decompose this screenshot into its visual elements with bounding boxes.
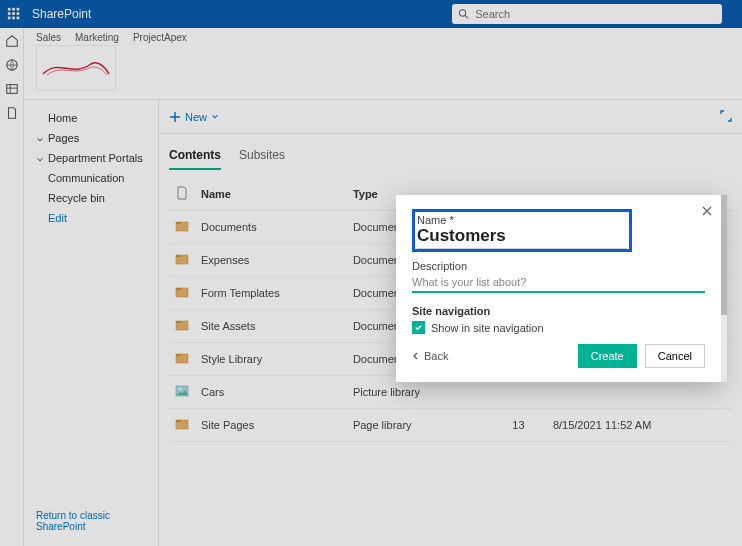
row-name: Expenses [195,244,347,277]
description-label: Description [412,260,705,272]
chevron-down-icon [36,136,44,144]
expand-button[interactable] [720,108,732,126]
site-logo [36,45,116,91]
app-rail [0,28,24,546]
row-name: Site Pages [195,409,347,442]
search-icon [458,8,469,20]
folder-icon [175,285,189,299]
folder-icon [175,318,189,332]
check-icon [414,323,423,332]
show-in-nav-checkbox[interactable] [412,321,425,334]
svg-rect-18 [176,255,181,257]
left-nav: Home Pages Department Portals Communicat… [24,100,159,546]
globe-icon[interactable] [5,58,19,72]
name-field-highlight: Name [412,209,632,252]
command-bar: New [159,100,742,134]
site-link[interactable]: ProjectApex [133,32,187,43]
nav-home[interactable]: Home [24,108,158,128]
nav-recycle-bin[interactable]: Recycle bin [24,188,158,208]
picture-icon [175,384,189,398]
svg-rect-7 [12,17,15,20]
search-input[interactable] [475,8,716,20]
site-nav-label: Site navigation [412,305,705,317]
svg-rect-12 [6,85,17,94]
folder-icon [175,219,189,233]
home-icon[interactable] [5,34,19,48]
folder-icon [175,252,189,266]
svg-rect-6 [8,17,11,20]
cancel-button[interactable]: Cancel [645,344,705,368]
svg-rect-24 [176,354,181,356]
site-link[interactable]: Marketing [75,32,119,43]
file-icon[interactable] [5,106,19,120]
create-button[interactable]: Create [578,344,637,368]
close-icon [701,205,713,217]
new-button[interactable]: New [169,111,219,123]
brand-label: SharePoint [32,7,91,21]
back-button[interactable]: Back [412,350,448,362]
create-list-dialog: Name Description Site navigation Show in… [396,195,721,382]
svg-rect-3 [8,12,11,15]
svg-rect-20 [176,288,181,290]
row-name: Site Assets [195,310,347,343]
row-type: Page library [347,409,506,442]
content-tabs: Contents Subsites [159,134,742,170]
list-icon[interactable] [5,82,19,96]
svg-rect-16 [176,222,181,224]
svg-rect-8 [17,17,20,20]
svg-rect-5 [17,12,20,15]
row-name: Form Templates [195,277,347,310]
table-row[interactable]: Site PagesPage library138/15/2021 11:52 … [169,409,732,442]
svg-rect-22 [176,321,181,323]
app-launcher[interactable] [0,0,28,28]
row-name: Cars [195,376,347,409]
row-modified: 8/15/2021 11:52 AM [547,409,732,442]
svg-rect-28 [176,420,181,422]
row-name: Documents [195,211,347,244]
name-input[interactable] [417,226,627,249]
row-items: 13 [506,409,547,442]
tab-subsites[interactable]: Subsites [239,148,285,170]
close-button[interactable] [701,203,713,221]
show-in-nav-label: Show in site navigation [431,322,544,334]
search-box[interactable] [452,4,722,24]
chevron-down-icon [36,156,44,164]
svg-line-10 [465,15,468,18]
site-header: Sales Marketing ProjectApex [24,28,742,100]
nav-edit[interactable]: Edit [24,208,158,228]
site-link[interactable]: Sales [36,32,61,43]
plus-icon [169,111,181,123]
chevron-left-icon [412,352,420,360]
waffle-icon [7,7,21,21]
svg-rect-4 [12,12,15,15]
description-input[interactable] [412,272,705,293]
nav-communication[interactable]: Communication [24,168,158,188]
file-icon [175,186,189,200]
dialog-scrollbar[interactable] [721,195,727,382]
col-name[interactable]: Name [195,178,347,211]
site-links: Sales Marketing ProjectApex [36,32,187,43]
svg-point-26 [179,388,181,390]
nav-dept-portals[interactable]: Department Portals [24,148,158,168]
return-classic-link[interactable]: Return to classic SharePoint [24,504,158,538]
svg-rect-0 [8,8,11,11]
folder-icon [175,417,189,431]
tab-contents[interactable]: Contents [169,148,221,170]
svg-rect-1 [12,8,15,11]
folder-icon [175,351,189,365]
svg-point-9 [459,10,465,16]
name-label: Name [417,214,627,226]
chevron-down-icon [211,113,219,121]
col-icon [169,178,195,211]
svg-rect-2 [17,8,20,11]
row-name: Style Library [195,343,347,376]
nav-pages[interactable]: Pages [24,128,158,148]
expand-icon [720,110,732,122]
